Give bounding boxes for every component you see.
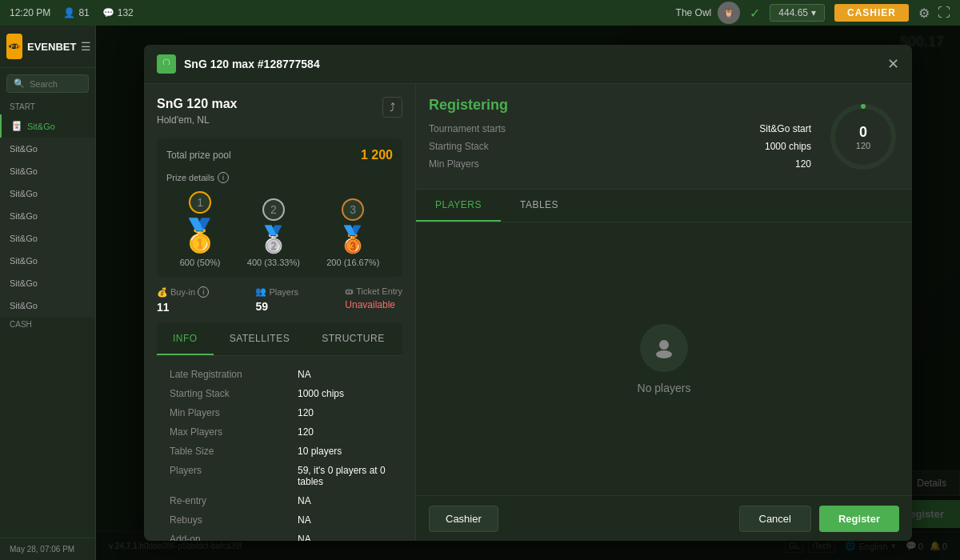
modal-footer: Cashier Cancel Register	[416, 495, 912, 541]
no-players-icon	[640, 324, 688, 372]
late-reg-value: NA	[298, 369, 311, 380]
tab-players[interactable]: PLAYERS	[416, 190, 501, 222]
sidebar-item-sitgo-8[interactable]: Sit&Go	[0, 294, 95, 317]
modal-overlay: SnG 120 max #128777584 ✕ SnG 120 max Hol…	[96, 26, 960, 560]
sidebar-item-sitgo-2[interactable]: Sit&Go	[0, 160, 95, 182]
sidebar-search[interactable]: 🔍	[6, 74, 89, 93]
svg-text:EB: EB	[10, 43, 21, 51]
reg-min-players-value: 120	[795, 158, 811, 170]
sidebar-item-sitgo-6[interactable]: Sit&Go	[0, 250, 95, 272]
tab-structure[interactable]: STRUCTURE	[306, 323, 401, 355]
sidebar-item-sitgo-4[interactable]: Sit&Go	[0, 205, 95, 227]
avatar: 🦉	[718, 2, 740, 24]
prize-details-info-icon[interactable]: i	[218, 172, 229, 183]
tab-info[interactable]: INFO	[157, 323, 214, 355]
search-input[interactable]	[30, 79, 86, 89]
right-tabs: PLAYERS TABLES	[416, 190, 912, 222]
players-panel: No players	[416, 222, 912, 495]
progress-current: 0	[856, 123, 870, 140]
rebuys-value: NA	[298, 514, 311, 526]
reg-starting-stack-value: 1000 chips	[765, 141, 811, 152]
sidebar-item-sitgo-main[interactable]: 🃏 Sit&Go	[0, 114, 95, 138]
tournament-starts-value: Sit&Go start	[759, 123, 811, 134]
sidebar: EB EVENBET ☰ 🔍 START 🃏 Sit&Go Sit&Go Sit…	[0, 26, 96, 560]
modal-left-top: SnG 120 max Hold'em, NL ⤴ Total prize po…	[157, 97, 402, 323]
start-section: START	[0, 99, 95, 114]
trophy-item-gold: 1 🥇 600 (50%)	[180, 191, 221, 267]
tab-satellites[interactable]: SATELLITES	[214, 323, 306, 355]
registering-title: Registering	[429, 97, 811, 114]
logo-text: EVENBET	[27, 41, 76, 53]
prize-pool-section: Total prize pool 1 200 Prize details i	[157, 138, 402, 277]
chats-stat: 💬 132	[102, 7, 134, 18]
sidebar-sitgo-subsection: Sit&Go Sit&Go Sit&Go Sit&Go Sit&Go Sit&G…	[0, 138, 95, 317]
fullscreen-icon[interactable]: ⛶	[938, 6, 950, 20]
info-row-late-reg: Late Registration NA	[170, 369, 390, 380]
trophies-row: 2 🥈 400 (33.33%) 1 🥇 600 (50%)	[166, 191, 393, 267]
ticket-entry-label: 🎟 Ticket Entry	[345, 286, 402, 296]
info-players-label: Players	[170, 465, 298, 476]
starting-stack-value: 1000 chips	[298, 388, 344, 399]
left-tabs: INFO SATELLITES STRUCTURE PAYOUTS	[157, 323, 402, 356]
svg-point-6	[656, 350, 672, 358]
tab-tables[interactable]: TABLES	[501, 190, 578, 222]
top-bar: 12:20 PM 👤 81 💬 132 The Owl 🦉 ✓ 444.65 ▾…	[0, 0, 960, 26]
cash-section: CASH	[0, 317, 95, 332]
sidebar-item-sitgo-1[interactable]: Sit&Go	[0, 138, 95, 160]
trophy-item-silver: 2 🥈 400 (33.33%)	[247, 198, 300, 267]
rank-3-badge: 3	[342, 198, 364, 221]
tournament-starts-label: Tournament starts	[429, 123, 506, 134]
add-on-value: NA	[298, 534, 311, 541]
info-row-rebuys: Rebuys NA	[170, 514, 390, 526]
late-reg-label: Late Registration	[170, 369, 298, 380]
no-players-text: No players	[638, 382, 691, 394]
verify-icon: ✓	[750, 6, 760, 21]
settings-icon[interactable]: ⚙	[918, 6, 930, 21]
share-button[interactable]: ⤴	[382, 97, 402, 118]
info-row-re-entry: Re-entry NA	[170, 495, 390, 506]
logo-icon: EB	[6, 34, 22, 59]
buy-in-info-icon[interactable]: i	[198, 286, 209, 298]
chats-count: 132	[118, 7, 134, 18]
username: The Owl	[676, 7, 712, 18]
prize-details-label: Prize details	[166, 173, 214, 182]
modal-title: SnG 120 max #128777584	[184, 58, 879, 70]
buy-in-label: 💰 Buy-in i	[157, 286, 209, 298]
modal-left-panel: SnG 120 max Hold'em, NL ⤴ Total prize po…	[144, 84, 416, 541]
players-label: 👥 Players	[255, 286, 298, 297]
sidebar-item-sitgo-5[interactable]: Sit&Go	[0, 227, 95, 250]
footer-right-buttons: Cancel Register	[739, 506, 900, 532]
table-size-value: 10 players	[298, 446, 342, 457]
trophy-item-bronze: 3 🥉 200 (16.67%)	[326, 198, 379, 267]
info-panel: Late Registration NA Starting Stack 1000…	[157, 356, 402, 541]
cashier-top-button[interactable]: CASHIER	[834, 4, 909, 22]
modal-close-button[interactable]: ✕	[887, 57, 899, 71]
top-bar-right: The Owl 🦉 ✓ 444.65 ▾ CASHIER ⚙ ⛶	[676, 2, 950, 24]
balance-display[interactable]: 444.65 ▾	[770, 4, 825, 22]
cashier-footer-button[interactable]: Cashier	[429, 506, 498, 532]
players-online-stat: 👤 81	[63, 7, 89, 18]
reg-starting-stack-row: Starting Stack 1000 chips	[429, 141, 811, 152]
reg-starting-stack-label: Starting Stack	[429, 141, 489, 152]
players-value: 59	[255, 300, 268, 313]
trophy-silver-icon: 🥈	[258, 224, 290, 254]
tournament-type: Hold'em, NL	[157, 114, 238, 126]
trophy-3-amount: 200 (16.67%)	[326, 258, 379, 267]
buy-in-item: 💰 Buy-in i 11	[157, 286, 209, 314]
modal-right-panel: Registering Tournament starts Sit&Go sta…	[416, 84, 912, 541]
rank-2-badge: 2	[262, 198, 285, 221]
menu-icon[interactable]: ☰	[81, 40, 91, 53]
register-button[interactable]: Register	[819, 506, 899, 532]
ticket-entry-value: Unavailable	[345, 299, 395, 310]
sidebar-item-sitgo-7[interactable]: Sit&Go	[0, 272, 95, 294]
cancel-button[interactable]: Cancel	[739, 506, 811, 532]
registering-section: Registering Tournament starts Sit&Go sta…	[416, 84, 912, 190]
sidebar-item-sitgo-3[interactable]: Sit&Go	[0, 182, 95, 205]
registering-info: Registering Tournament starts Sit&Go sta…	[429, 97, 811, 176]
max-players-label: Max Players	[170, 426, 298, 438]
buy-in-value: 11	[157, 301, 170, 314]
players-item: 👥 Players 59	[255, 286, 298, 314]
rank-1-badge: 1	[189, 191, 211, 214]
trophy-bronze-icon: 🥉	[337, 224, 369, 254]
ticket-entry-item: 🎟 Ticket Entry Unavailable	[345, 286, 402, 314]
